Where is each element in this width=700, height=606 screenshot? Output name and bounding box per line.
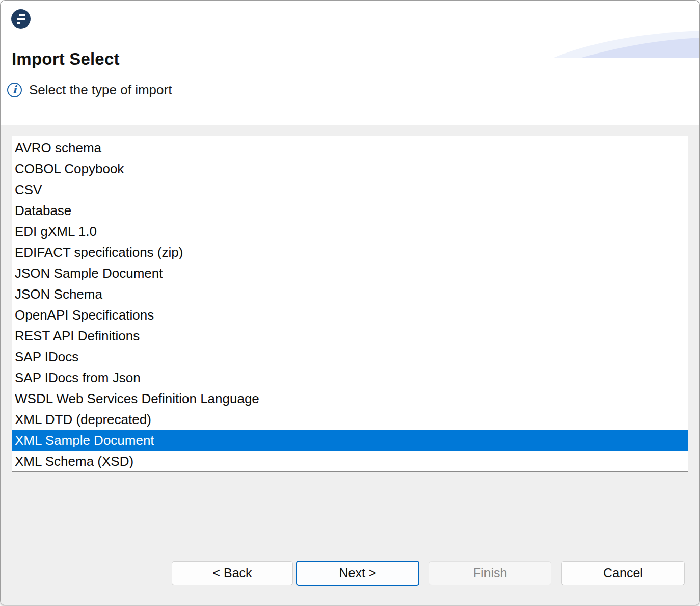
dialog-header: Import Select i Select the type of impor…: [1, 1, 699, 125]
list-item[interactable]: WSDL Web Services Definition Language: [12, 388, 688, 409]
list-item[interactable]: COBOL Copybook: [12, 159, 688, 179]
list-item[interactable]: Database: [12, 200, 688, 221]
list-item[interactable]: SAP IDocs from Json: [12, 367, 688, 388]
back-button[interactable]: < Back: [172, 561, 293, 585]
import-select-dialog: Import Select i Select the type of impor…: [0, 0, 700, 605]
header-swoosh-decoration: [552, 27, 699, 59]
finish-button: Finish: [429, 561, 551, 585]
page-subtitle: Select the type of import: [29, 82, 172, 98]
list-item[interactable]: XML DTD (deprecated): [12, 409, 688, 430]
list-item[interactable]: REST API Definitions: [12, 326, 688, 347]
list-item[interactable]: XML Schema (XSD): [12, 451, 688, 472]
list-item[interactable]: EDIFACT specifications (zip): [12, 242, 688, 263]
list-item[interactable]: JSON Sample Document: [12, 263, 688, 284]
list-item[interactable]: CSV: [12, 179, 688, 200]
list-item[interactable]: XML Sample Document: [12, 430, 688, 451]
list-item[interactable]: AVRO schema: [12, 138, 688, 159]
page-title: Import Select: [12, 49, 120, 69]
list-item[interactable]: JSON Schema: [12, 284, 688, 305]
next-button[interactable]: Next >: [296, 561, 419, 586]
app-logo-icon: [11, 9, 31, 29]
info-icon: i: [7, 83, 22, 97]
dialog-content: AVRO schemaCOBOL CopybookCSVDatabaseEDI …: [1, 125, 699, 605]
import-type-list[interactable]: AVRO schemaCOBOL CopybookCSVDatabaseEDI …: [12, 136, 688, 472]
cancel-button[interactable]: Cancel: [561, 561, 685, 585]
list-item[interactable]: OpenAPI Specifications: [12, 305, 688, 326]
list-item[interactable]: SAP IDocs: [12, 347, 688, 367]
list-item[interactable]: EDI gXML 1.0: [12, 221, 688, 242]
subtitle-row: i Select the type of import: [7, 82, 172, 98]
